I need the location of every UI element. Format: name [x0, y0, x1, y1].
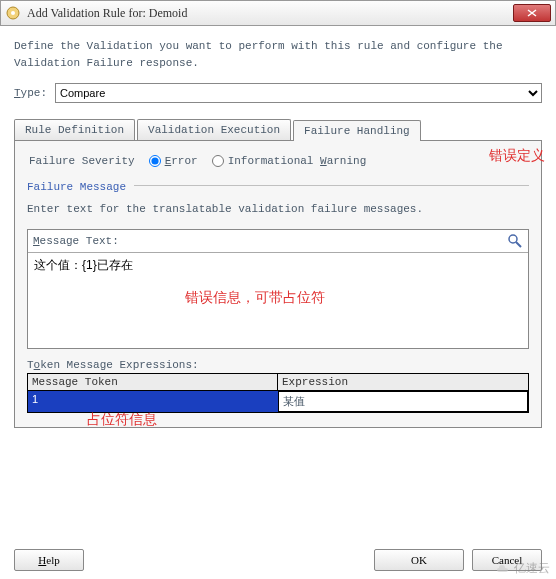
close-button[interactable]: [513, 4, 551, 22]
severity-label: Failure Severity: [29, 155, 135, 167]
svg-point-1: [11, 11, 15, 15]
footer-buttons: Help OK Cancel: [14, 549, 542, 571]
severity-info-radio[interactable]: [212, 155, 224, 167]
failure-panel: Failure Severity Error Informational War…: [14, 141, 542, 428]
divider: [134, 185, 529, 186]
message-text-box: Message Text: 这个值：{1}已存在: [27, 229, 529, 349]
severity-error-option[interactable]: Error: [149, 155, 198, 167]
table-row[interactable]: 1 某值: [28, 391, 528, 412]
window-title: Add Validation Rule for: Demoid: [27, 6, 513, 21]
search-icon[interactable]: [507, 233, 523, 249]
grid-header: Message Token Expression: [28, 374, 528, 391]
failure-message-hint: Enter text for the translatable validati…: [27, 203, 529, 215]
annotation-token: 占位符信息: [87, 411, 157, 429]
severity-row: Failure Severity Error Informational War…: [29, 155, 527, 167]
col-expression: Expression: [278, 374, 528, 391]
tab-bar: Rule Definition Validation Execution Fai…: [14, 119, 542, 141]
watermark: 亿速云: [495, 560, 550, 577]
type-select[interactable]: Compare: [55, 83, 542, 103]
message-text-label: Message Text:: [33, 235, 119, 247]
dialog-content: Define the Validation you want to perfor…: [0, 26, 556, 434]
title-bar: Add Validation Rule for: Demoid: [0, 0, 556, 26]
tab-validation-execution[interactable]: Validation Execution: [137, 119, 291, 140]
svg-point-2: [509, 235, 517, 243]
severity-info-option[interactable]: Informational Warning: [212, 155, 367, 167]
ok-button[interactable]: OK: [374, 549, 464, 571]
failure-message-section: Failure Message: [27, 181, 126, 193]
token-grid[interactable]: Message Token Expression 1 某值: [27, 373, 529, 413]
col-message-token: Message Token: [28, 374, 278, 391]
message-text-input[interactable]: 这个值：{1}已存在: [28, 253, 528, 345]
severity-error-radio[interactable]: [149, 155, 161, 167]
cell-expression[interactable]: 某值: [278, 391, 528, 412]
tab-failure-handling[interactable]: Failure Handling: [293, 120, 421, 141]
help-button[interactable]: Help: [14, 549, 84, 571]
type-label: Type:: [14, 87, 47, 99]
tab-rule-definition[interactable]: Rule Definition: [14, 119, 135, 140]
token-expressions-label: Token Message Expressions:: [27, 359, 529, 371]
description-text: Define the Validation you want to perfor…: [14, 38, 542, 71]
svg-line-3: [516, 242, 521, 247]
app-icon: [5, 5, 21, 21]
cell-token[interactable]: 1: [28, 391, 278, 412]
